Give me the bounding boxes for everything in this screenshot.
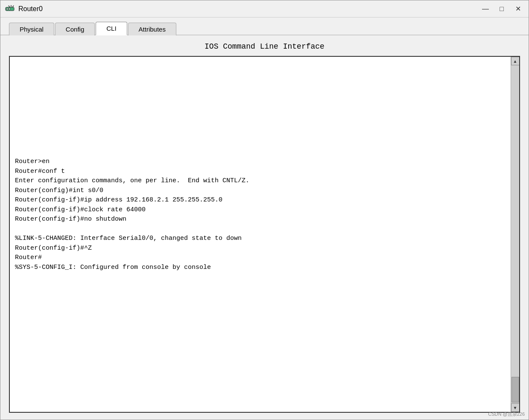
cli-output[interactable]: Router>en Router#conf t Enter configurat… <box>10 57 511 412</box>
scroll-up-button[interactable]: ▲ <box>511 57 520 65</box>
minimize-button[interactable]: — <box>479 4 492 14</box>
cli-container: Router>en Router#conf t Enter configurat… <box>9 56 520 413</box>
router-window: Router0 — □ ✕ Physical Config CLI Attrib… <box>0 0 529 420</box>
tab-cli[interactable]: CLI <box>96 22 127 35</box>
tab-config[interactable]: Config <box>55 23 95 35</box>
router-icon <box>5 4 15 14</box>
window-title: Router0 <box>18 5 479 13</box>
title-bar: Router0 — □ ✕ <box>0 0 529 18</box>
scroll-thumb[interactable] <box>511 377 519 402</box>
svg-point-1 <box>6 8 8 10</box>
svg-line-3 <box>9 6 10 7</box>
tab-bar: Physical Config CLI Attributes <box>0 18 529 35</box>
svg-line-5 <box>12 6 14 7</box>
scroll-down-button[interactable]: ▼ <box>511 403 520 412</box>
svg-point-2 <box>9 8 10 10</box>
maximize-button[interactable]: □ <box>495 4 508 14</box>
cli-title: IOS Command Line Interface <box>9 42 520 51</box>
tab-attributes[interactable]: Attributes <box>128 23 176 35</box>
window-controls: — □ ✕ <box>479 4 524 14</box>
watermark: CSDN @且杂226 <box>488 411 525 417</box>
content-area: IOS Command Line Interface Router>en Rou… <box>0 35 529 420</box>
scrollbar-track: ▲ ▼ <box>511 57 519 412</box>
close-button[interactable]: ✕ <box>511 4 524 14</box>
tab-physical[interactable]: Physical <box>9 23 54 35</box>
